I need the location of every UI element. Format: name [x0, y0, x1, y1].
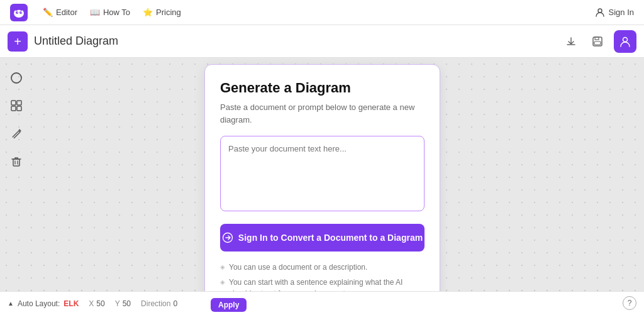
save-button[interactable] [587, 31, 608, 52]
bottom-bar: ▲ Auto Layout: ELK X 50 Y 50 Direction 0… [0, 291, 644, 315]
pen-tool[interactable] [6, 123, 26, 143]
add-button[interactable]: + [8, 31, 28, 52]
tip-1: You can use a document or a description. [220, 262, 425, 273]
x-value: 50 [96, 299, 104, 308]
tip-1-text: You can use a document or a description. [229, 262, 367, 273]
diagram-toolbar: + Untitled Diagram [0, 25, 644, 58]
document-textarea[interactable] [220, 136, 425, 211]
x-label: X [89, 299, 94, 308]
pricing-icon: ⭐ [143, 8, 153, 17]
convert-button[interactable]: Sign In to Convert a Document to a Diagr… [220, 224, 425, 251]
y-value: 50 [123, 299, 131, 308]
panel-title: Generate a Diagram [220, 80, 425, 96]
delete-tool[interactable] [6, 151, 26, 171]
svg-rect-15 [11, 101, 16, 105]
help-button[interactable]: ? [623, 296, 636, 310]
diagram-title: Untitled Diagram [34, 35, 555, 48]
editor-icon: ✏️ [43, 8, 53, 17]
signin-icon [222, 232, 233, 243]
svg-rect-18 [17, 106, 21, 111]
svg-rect-12 [594, 41, 601, 45]
auto-layout: ▲ Auto Layout: ELK [8, 299, 79, 308]
nav-howto-label: How To [103, 8, 130, 17]
top-nav: ✏️ Editor 📖 How To ⭐ Pricing Sign In [0, 0, 644, 25]
y-coordinate: Y 50 [115, 299, 131, 308]
svg-rect-17 [11, 106, 16, 111]
sign-in-label: Sign In [609, 8, 634, 17]
auto-layout-value: ELK [64, 299, 79, 308]
nav-howto[interactable]: 📖 How To [90, 8, 130, 17]
svg-rect-11 [595, 37, 599, 40]
avatar-button[interactable] [614, 30, 636, 53]
nav-pricing[interactable]: ⭐ Pricing [143, 8, 181, 17]
svg-rect-19 [13, 159, 19, 166]
app-logo[interactable] [10, 4, 28, 21]
auto-layout-prefix: Auto Layout: [18, 299, 60, 308]
main-area: Generate a Diagram Paste a document or p… [0, 58, 644, 291]
sign-in-button[interactable]: Sign In [595, 8, 634, 18]
left-toolbar [0, 58, 33, 291]
grid-tool[interactable] [6, 96, 26, 116]
nav-links: ✏️ Editor 📖 How To ⭐ Pricing [43, 8, 580, 17]
direction-value: 0 [173, 299, 177, 308]
direction: Direction 0 [141, 299, 177, 308]
svg-rect-16 [17, 101, 21, 105]
generate-panel: Generate a Diagram Paste a document or p… [204, 64, 440, 315]
svg-point-5 [21, 11, 22, 13]
direction-label: Direction [141, 299, 170, 308]
person-icon [595, 8, 605, 18]
download-button[interactable] [561, 31, 581, 52]
avatar-icon [619, 35, 631, 48]
nav-pricing-label: Pricing [156, 8, 181, 17]
svg-point-13 [623, 37, 628, 41]
apply-button[interactable]: Apply [211, 298, 247, 312]
circle-tool[interactable] [6, 68, 26, 88]
svg-point-14 [11, 73, 21, 83]
download-icon [565, 36, 577, 47]
svg-point-9 [598, 9, 602, 13]
svg-point-8 [18, 8, 21, 10]
howto-icon: 📖 [90, 8, 100, 17]
nav-editor-label: Editor [56, 8, 77, 17]
nav-editor[interactable]: ✏️ Editor [43, 8, 77, 17]
convert-button-label: Sign In to Convert a Document to a Diagr… [238, 233, 423, 243]
chevron-up-icon: ▲ [8, 300, 14, 307]
svg-point-4 [17, 11, 18, 13]
save-icon [592, 36, 603, 47]
x-coordinate: X 50 [89, 299, 104, 308]
panel-subtitle: Paste a document or prompt below to gene… [220, 101, 425, 126]
y-label: Y [115, 299, 120, 308]
